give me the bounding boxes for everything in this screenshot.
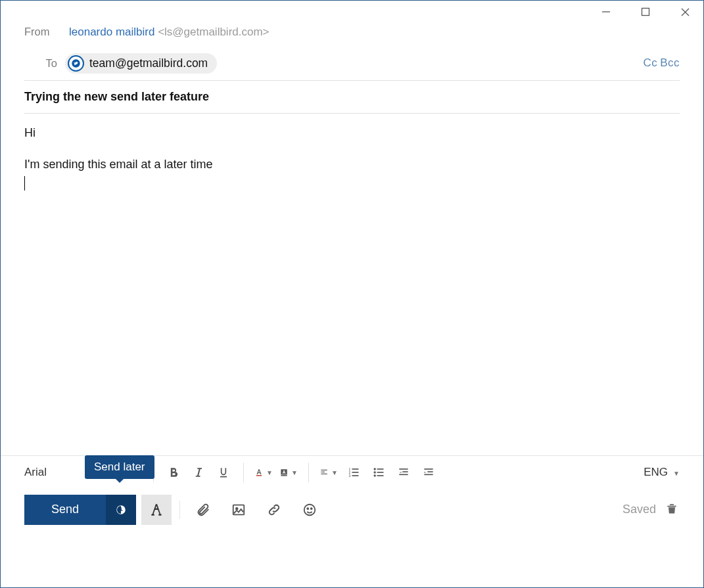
insert-link-button[interactable] — [259, 495, 289, 525]
svg-point-33 — [307, 508, 308, 509]
svg-point-34 — [311, 508, 312, 509]
bold-button[interactable] — [164, 463, 183, 482]
body-blank-line — [24, 143, 680, 154]
svg-rect-9 — [321, 472, 325, 472]
svg-rect-4 — [256, 475, 262, 476]
svg-rect-7 — [281, 475, 287, 476]
svg-rect-14 — [352, 472, 359, 473]
recipient-chip[interactable]: team@getmailbird.com — [65, 53, 217, 74]
discard-button[interactable] — [665, 501, 680, 518]
outdent-button[interactable] — [394, 463, 413, 482]
italic-button[interactable] — [189, 463, 208, 482]
language-value: ENG — [644, 466, 668, 478]
insert-image-button[interactable] — [223, 495, 254, 525]
svg-point-31 — [236, 508, 238, 510]
window-maximize-button[interactable] — [632, 2, 659, 22]
body-line: I'm sending this email at a later time — [24, 154, 680, 175]
separator — [179, 501, 180, 519]
email-body[interactable]: Hi I'm sending this email at a later tim… — [1, 114, 703, 455]
svg-rect-26 — [424, 468, 433, 470]
body-line: Hi — [24, 123, 680, 143]
bullet-list-button[interactable] — [369, 463, 388, 482]
from-label: From — [24, 24, 57, 39]
action-bar: Send later Send Saved — [1, 489, 703, 530]
svg-point-19 — [374, 472, 376, 474]
svg-text:A: A — [283, 470, 286, 474]
indent-button[interactable] — [419, 463, 438, 482]
numbered-list-button[interactable]: 123 — [344, 463, 363, 482]
font-color-button[interactable]: ▼ — [254, 463, 273, 482]
send-later-button[interactable] — [106, 495, 136, 525]
saved-status: Saved — [622, 503, 656, 516]
svg-text:3: 3 — [349, 474, 351, 478]
svg-point-32 — [304, 505, 316, 516]
svg-rect-18 — [377, 468, 384, 470]
text-cursor — [24, 175, 680, 195]
emoji-button[interactable] — [294, 495, 325, 525]
from-row: From leonardo mailbird <ls@getmailbird.c… — [1, 23, 703, 48]
svg-rect-25 — [399, 474, 408, 476]
svg-rect-20 — [377, 472, 384, 473]
attach-button[interactable] — [188, 495, 218, 525]
svg-point-17 — [374, 468, 376, 470]
svg-rect-27 — [427, 472, 433, 473]
svg-rect-12 — [352, 468, 359, 470]
to-label: To — [24, 56, 57, 71]
underline-button[interactable] — [214, 463, 233, 482]
recipient-email: team@getmailbird.com — [89, 55, 208, 72]
svg-rect-23 — [399, 468, 408, 470]
svg-rect-24 — [402, 472, 408, 473]
svg-rect-10 — [321, 474, 327, 474]
subject-field[interactable]: Trying the new send later feature — [1, 81, 703, 113]
align-button[interactable]: ▼ — [319, 463, 338, 482]
svg-rect-16 — [352, 475, 359, 476]
svg-rect-1 — [642, 9, 649, 16]
from-address: <ls@getmailbird.com> — [158, 26, 269, 38]
svg-rect-28 — [424, 474, 433, 476]
svg-rect-22 — [377, 475, 384, 476]
titlebar — [1, 1, 703, 23]
svg-rect-8 — [321, 470, 327, 470]
cc-button[interactable]: Cc — [643, 55, 657, 71]
bcc-button[interactable]: Bcc — [660, 55, 680, 71]
format-toggle-button[interactable] — [141, 495, 172, 525]
to-row: To team@getmailbird.com Cc Bcc — [1, 48, 703, 80]
mailbird-logo-icon — [68, 55, 84, 72]
send-button[interactable]: Send — [24, 495, 106, 525]
language-select[interactable]: ENG▼ — [644, 466, 680, 479]
window-close-button[interactable] — [672, 2, 698, 22]
font-family-value: Arial — [24, 466, 47, 478]
window-minimize-button[interactable] — [593, 2, 619, 22]
send-later-tooltip: Send later — [85, 455, 154, 479]
highlight-color-button[interactable]: A▼ — [279, 463, 298, 482]
from-name: leonardo mailbird — [69, 26, 154, 38]
send-button-group: Send — [24, 495, 136, 525]
svg-point-21 — [374, 475, 376, 477]
from-value[interactable]: leonardo mailbird <ls@getmailbird.com> — [69, 24, 270, 40]
